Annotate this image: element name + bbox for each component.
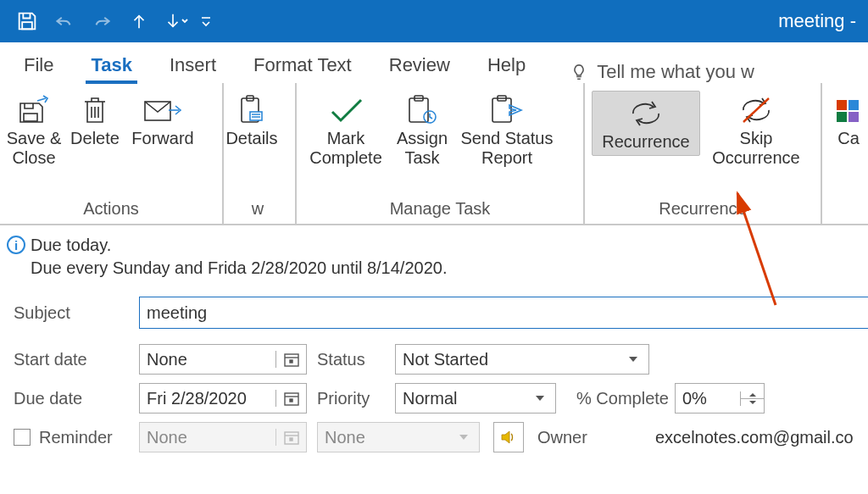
svg-rect-20: [290, 438, 292, 441]
subject-label: Subject: [14, 303, 139, 323]
details-button[interactable]: Details: [217, 88, 287, 152]
info-bar: i Due today. Due every Sunday and Frida …: [0, 225, 868, 281]
info-line-2: Due every Sunday and Frida 2/28/2020 unt…: [31, 257, 447, 280]
lightbulb-icon: [570, 63, 588, 81]
skip-occurrence-button[interactable]: Skip Occurrence: [702, 88, 810, 171]
assign-task-button[interactable]: Assign Task: [392, 88, 453, 171]
owner-value: excelnotes.com@gmail.co: [655, 428, 854, 447]
percent-complete-label: % Complete: [556, 389, 675, 408]
svg-rect-14: [849, 112, 859, 122]
priority-label: Priority: [307, 389, 395, 408]
mark-complete-button[interactable]: Mark Complete: [300, 88, 392, 171]
svg-rect-13: [837, 112, 847, 122]
subject-input[interactable]: [139, 297, 868, 329]
svg-rect-11: [837, 100, 847, 110]
spinner-down-icon[interactable]: [741, 399, 764, 406]
start-date-label: Start date: [14, 350, 139, 369]
task-form: Subject Start date None Status Not Start…: [0, 297, 868, 452]
info-icon: i: [7, 236, 25, 254]
undo-icon[interactable]: [46, 5, 83, 37]
tell-me-text: Tell me what you w: [597, 61, 754, 83]
ribbon: Save & Close Delete Forward: [0, 83, 868, 225]
owner-label: Owner: [537, 428, 587, 447]
tab-insert[interactable]: Insert: [151, 47, 235, 83]
svg-rect-9: [492, 98, 511, 122]
group-label-actions: Actions: [3, 196, 219, 224]
reminder-label: Reminder: [39, 428, 113, 447]
save-and-close-button[interactable]: Save & Close: [3, 88, 64, 171]
tab-file[interactable]: File: [5, 47, 72, 83]
group-label-recurrence: Recurrence: [588, 196, 817, 224]
redo-icon[interactable]: [83, 5, 120, 37]
chevron-down-icon[interactable]: [618, 353, 648, 365]
window-title: meeting -: [778, 10, 860, 32]
svg-rect-0: [22, 22, 32, 29]
ribbon-group-show: Details w: [224, 83, 297, 224]
info-line-1: Due today.: [31, 234, 447, 257]
delete-button[interactable]: Delete: [64, 88, 125, 152]
calendar-icon[interactable]: [275, 390, 306, 407]
calendar-icon: [275, 429, 306, 446]
svg-rect-1: [24, 114, 37, 121]
chevron-down-icon: [448, 431, 479, 443]
percent-complete-spinner[interactable]: 0%: [675, 383, 765, 414]
save-icon[interactable]: [8, 5, 46, 37]
next-item-icon[interactable]: [158, 5, 195, 37]
svg-rect-12: [849, 100, 859, 110]
group-label-manage-task: Manage Task: [300, 196, 580, 224]
reminder-date-field: None: [139, 422, 307, 452]
tab-help[interactable]: Help: [469, 47, 544, 83]
tell-me-search[interactable]: Tell me what you w: [570, 61, 754, 83]
calendar-icon[interactable]: [275, 351, 306, 368]
send-status-report-button[interactable]: Send Status Report: [453, 88, 561, 171]
status-combo[interactable]: Not Started: [395, 344, 649, 375]
ribbon-tabs: File Task Insert Format Text Review Help…: [0, 42, 868, 83]
tab-review[interactable]: Review: [370, 47, 469, 83]
svg-rect-6: [409, 98, 428, 122]
ribbon-group-manage-task: Mark Complete Assign Task: [297, 83, 585, 224]
priority-combo[interactable]: Normal: [395, 383, 556, 414]
svg-rect-18: [290, 399, 292, 402]
due-date-field[interactable]: Fri 2/28/2020: [139, 383, 307, 414]
tab-task[interactable]: Task: [72, 47, 151, 83]
title-bar: meeting -: [0, 0, 868, 42]
ribbon-group-actions: Save & Close Delete Forward: [0, 83, 224, 224]
spinner-up-icon[interactable]: [741, 391, 764, 399]
group-label-show: w: [224, 196, 292, 224]
reminder-time-combo: None: [317, 422, 480, 452]
quick-access-toolbar: [8, 5, 217, 37]
status-label: Status: [307, 350, 395, 369]
chevron-down-icon[interactable]: [525, 392, 555, 404]
reminder-checkbox[interactable]: [14, 429, 31, 446]
ribbon-group-tags: Ca: [822, 83, 868, 224]
recurrence-button[interactable]: Recurrence: [592, 91, 700, 156]
categorize-button[interactable]: Ca: [826, 88, 868, 152]
start-date-field[interactable]: None: [139, 344, 307, 375]
reminder-sound-button[interactable]: [493, 422, 524, 452]
previous-item-icon[interactable]: [120, 5, 158, 37]
ribbon-group-recurrence: Recurrence Skip Occurrence Recurrence: [585, 83, 822, 224]
tab-format-text[interactable]: Format Text: [235, 47, 370, 83]
forward-button[interactable]: Forward: [125, 88, 200, 152]
due-date-label: Due date: [14, 389, 139, 408]
customize-qat-icon[interactable]: [195, 5, 217, 37]
svg-rect-5: [250, 112, 262, 120]
svg-rect-16: [290, 360, 292, 363]
